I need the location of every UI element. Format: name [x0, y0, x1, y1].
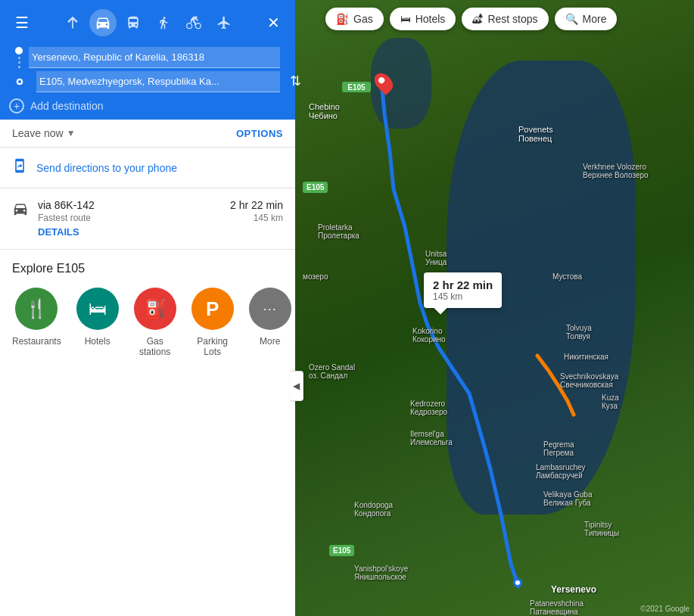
search-icon: 🔍	[565, 13, 578, 25]
connector-dot-2	[18, 61, 20, 64]
destination-marker-icon	[15, 77, 24, 86]
hotels-filter-button[interactable]: 🛏 Hotels	[390, 8, 456, 30]
map-background: E105 ChebinoЧебино PovenetsПовенец Verkh…	[295, 0, 694, 616]
walk-icon[interactable]	[150, 9, 177, 36]
explore-item-more[interactable]: ··· More	[249, 288, 291, 347]
explore-item-hotels[interactable]: 🛏 Hotels	[76, 288, 119, 347]
map-area[interactable]: E105 ChebinoЧебино PovenetsПовенец Verkh…	[295, 0, 694, 616]
connector-dot-3	[18, 66, 20, 68]
explore-title: Explore E105	[12, 262, 283, 275]
route-info: via 86K-142 Fastest route DETAILS	[38, 199, 221, 238]
nav-icons: ☰ ✕	[9, 9, 286, 36]
close-button[interactable]: ✕	[261, 11, 286, 35]
end-marker	[513, 578, 522, 587]
hotels-label: Hotels	[85, 336, 110, 347]
options-button[interactable]: OPTIONS	[236, 128, 283, 139]
sidebar-header: ☰ ✕	[0, 0, 295, 120]
origin-row	[15, 45, 280, 70]
svg-text:E105: E105	[347, 83, 366, 92]
explore-item-parking[interactable]: P Parking Lots	[191, 288, 234, 357]
destination-input[interactable]	[36, 71, 280, 92]
hotels-circle: 🛏	[76, 288, 119, 330]
directions-icon[interactable]	[59, 9, 86, 36]
explore-icons: 🍴 Restaurants 🛏 Hotels ⛽ Gas stations P …	[12, 288, 283, 357]
gas-stations-label: Gas stations	[134, 336, 176, 357]
route-label: Fastest route	[38, 213, 221, 223]
gas-stations-circle: ⛽	[134, 288, 176, 330]
connector-dot-1	[18, 57, 20, 59]
chevron-down-icon: ▼	[67, 128, 76, 138]
rest-stops-filter-button[interactable]: 🏕 Rest stops	[462, 8, 548, 30]
car-route-icon	[12, 201, 29, 221]
filter-bar: ⛽ Gas 🛏 Hotels 🏕 Rest stops 🔍 More	[325, 8, 617, 30]
origin-input[interactable]	[29, 47, 280, 68]
restaurants-circle: 🍴	[15, 288, 58, 330]
add-destination-label: Add destination	[30, 100, 104, 112]
dot-connector	[15, 45, 23, 70]
leave-now-button[interactable]: Leave now ▼	[12, 127, 76, 139]
send-phone-icon	[12, 158, 27, 177]
route-time-dist: 2 hr 22 min 145 km	[230, 199, 283, 223]
parking-label: Parking Lots	[191, 336, 234, 357]
send-phone-row[interactable]: Send directions to your phone	[0, 148, 295, 188]
route-distance: 145 km	[230, 213, 283, 223]
route-option: via 86K-142 Fastest route DETAILS 2 hr 2…	[0, 188, 295, 250]
route-via: via 86K-142	[38, 199, 221, 211]
flight-icon[interactable]	[210, 9, 238, 36]
map-copyright: ©2021 Google	[640, 605, 689, 613]
explore-item-restaurants[interactable]: 🍴 Restaurants	[12, 288, 61, 347]
menu-button[interactable]: ☰	[9, 11, 35, 35]
bike-icon[interactable]	[180, 9, 207, 36]
restaurants-label: Restaurants	[12, 336, 61, 347]
details-link[interactable]: DETAILS	[38, 226, 79, 238]
leave-now-label: Leave now	[12, 127, 64, 139]
swap-directions-button[interactable]: ⇅	[287, 73, 304, 89]
gas-icon: ⛽	[336, 13, 349, 25]
route-tooltip: 2 hr 22 min 145 km	[424, 272, 502, 308]
hotels-icon: 🛏	[400, 13, 411, 25]
collapse-sidebar-button[interactable]: ◀	[290, 371, 303, 401]
route-duration: 2 hr 22 min	[230, 199, 283, 211]
rest-stops-icon: 🏕	[472, 13, 483, 25]
parking-circle: P	[191, 288, 234, 330]
route-svg: E105	[295, 0, 694, 616]
bus-icon[interactable]	[120, 9, 147, 36]
send-phone-text: Send directions to your phone	[36, 162, 177, 174]
destination-row	[15, 71, 280, 92]
svg-point-3	[18, 80, 21, 83]
more-circle: ···	[249, 288, 291, 330]
gas-filter-button[interactable]: ⛽ Gas	[325, 8, 384, 30]
explore-section: Explore E105 🍴 Restaurants 🛏 Hotels ⛽ Ga…	[0, 250, 295, 363]
add-destination-row[interactable]: + Add destination	[9, 92, 286, 120]
road-badge-e105-bottom: E105	[329, 545, 354, 556]
more-filter-button[interactable]: 🔍 More	[555, 8, 618, 30]
explore-item-gas-stations[interactable]: ⛽ Gas stations	[134, 288, 176, 357]
road-badge-e105-top: E105	[303, 182, 328, 193]
sidebar: ☰ ✕	[0, 0, 295, 616]
more-label: More	[260, 336, 280, 347]
start-marker	[376, 72, 391, 93]
origin-dot	[15, 47, 23, 54]
car-icon[interactable]	[89, 9, 117, 36]
leave-now-bar: Leave now ▼ OPTIONS	[0, 120, 295, 148]
chevron-left-icon: ◀	[293, 381, 300, 391]
add-destination-icon: +	[9, 98, 24, 114]
transport-icons	[35, 9, 261, 36]
route-inputs: ⇅	[9, 45, 286, 92]
